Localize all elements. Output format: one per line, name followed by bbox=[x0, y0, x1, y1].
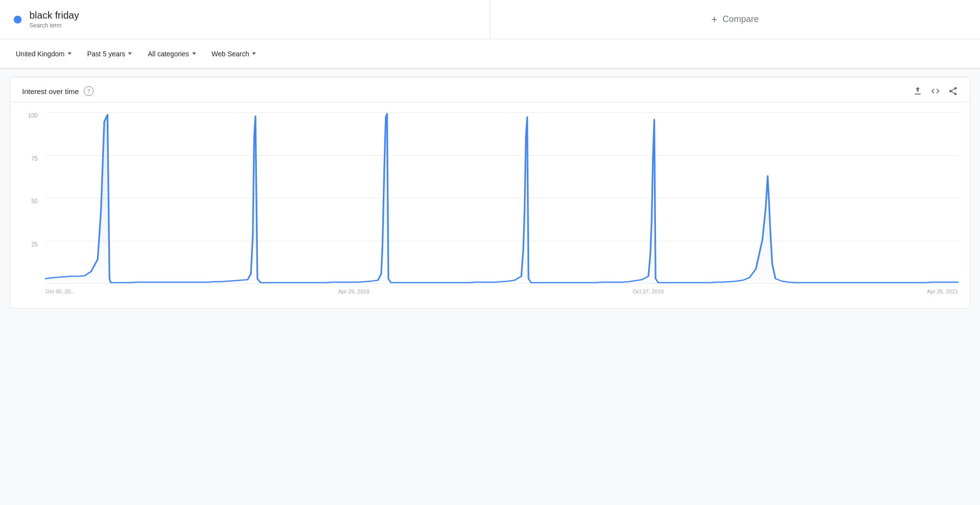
region-filter-label: United Kingdom bbox=[16, 50, 65, 58]
searchtype-chevron-icon bbox=[252, 52, 256, 55]
x-label-0: Oct 30, 20... bbox=[46, 289, 75, 294]
chart-header: Interest over time ? bbox=[10, 77, 970, 102]
chart-section: Interest over time ? bbox=[10, 77, 970, 309]
category-filter[interactable]: All categories bbox=[142, 46, 201, 62]
trend-line-svg bbox=[46, 112, 958, 284]
compare-box[interactable]: + Compare bbox=[490, 0, 980, 39]
searchtype-filter-label: Web Search bbox=[212, 50, 250, 58]
filter-bar: United Kingdom Past 5 years All categori… bbox=[0, 39, 980, 69]
share-button[interactable] bbox=[948, 86, 958, 96]
help-icon[interactable]: ? bbox=[84, 86, 94, 96]
compare-label: Compare bbox=[723, 14, 759, 24]
y-axis: 100 75 50 25 bbox=[22, 112, 42, 284]
region-chevron-icon bbox=[68, 52, 72, 55]
chart-container: 100 75 50 25 bbox=[10, 102, 970, 308]
download-button[interactable] bbox=[913, 86, 923, 96]
search-term-text: black friday Search term bbox=[29, 10, 79, 29]
y-label-100: 100 bbox=[28, 112, 38, 119]
search-term-label: black friday bbox=[29, 10, 79, 21]
y-label-25: 25 bbox=[31, 241, 38, 248]
x-axis: Oct 30, 20... Apr 29, 2018 Oct 27, 2019 … bbox=[46, 285, 958, 298]
x-label-3: Apr 25, 2021 bbox=[927, 289, 958, 294]
timerange-filter[interactable]: Past 5 years bbox=[81, 46, 138, 62]
top-section: black friday Search term + Compare bbox=[0, 0, 980, 39]
searchtype-filter[interactable]: Web Search bbox=[206, 46, 262, 62]
timerange-filter-label: Past 5 years bbox=[87, 50, 126, 58]
search-term-box: black friday Search term bbox=[0, 0, 490, 39]
chart-title-area: Interest over time ? bbox=[22, 86, 94, 96]
y-label-75: 75 bbox=[31, 155, 38, 162]
chart-actions bbox=[913, 86, 958, 96]
x-label-1: Apr 29, 2018 bbox=[338, 289, 369, 294]
divider bbox=[0, 69, 980, 69]
category-filter-label: All categories bbox=[148, 50, 189, 58]
chart-plot-area bbox=[46, 112, 958, 284]
timerange-chevron-icon bbox=[128, 52, 132, 55]
search-term-color-dot bbox=[14, 16, 22, 24]
compare-plus-icon: + bbox=[711, 13, 718, 26]
chart-title: Interest over time bbox=[22, 87, 79, 96]
region-filter[interactable]: United Kingdom bbox=[10, 46, 77, 62]
search-term-sublabel: Search term bbox=[29, 22, 61, 29]
x-label-2: Oct 27, 2019 bbox=[633, 289, 664, 294]
embed-button[interactable] bbox=[930, 86, 940, 96]
y-label-50: 50 bbox=[31, 198, 38, 205]
chart-inner: 100 75 50 25 bbox=[22, 112, 958, 298]
category-chevron-icon bbox=[192, 52, 196, 55]
